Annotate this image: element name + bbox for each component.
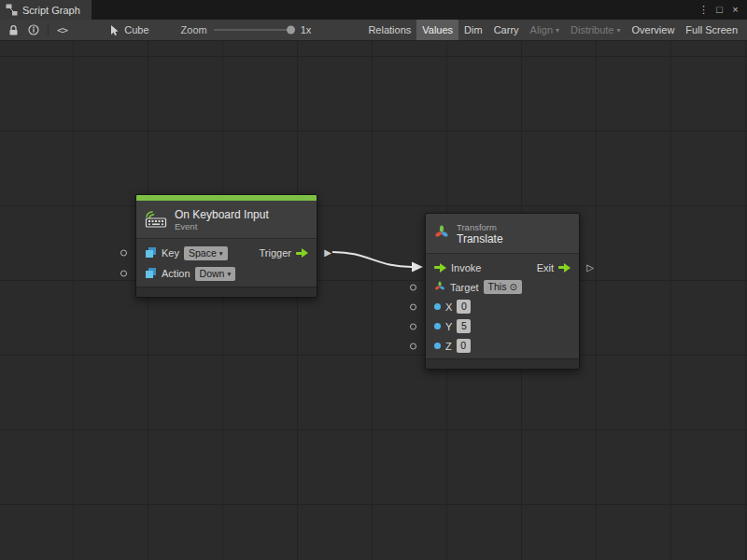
action-label: Action [162, 268, 190, 279]
key-input-port[interactable] [120, 250, 127, 257]
exit-label: Exit [537, 262, 554, 273]
lock-button[interactable] [4, 20, 23, 40]
chevron-down-icon: ▾ [227, 268, 231, 280]
invoke-label: Invoke [451, 262, 481, 273]
relations-button[interactable]: Relations [362, 20, 416, 40]
close-button[interactable]: × [728, 5, 742, 15]
node-on-keyboard-input[interactable]: On Keyboard Input Event Key Space [135, 194, 317, 298]
y-row: Y 5 [426, 316, 579, 336]
x-input-port[interactable] [410, 303, 416, 310]
node-body: Key Space ▾ Trigger ▶ [136, 239, 317, 287]
carry-button[interactable]: Carry [488, 20, 525, 40]
y-label: Y [445, 321, 452, 332]
node-footer [136, 287, 317, 297]
enum-icon [145, 246, 157, 260]
zoom-slider[interactable] [214, 29, 294, 31]
key-dropdown[interactable]: Space ▾ [184, 246, 228, 260]
node-header: Transform Translate [426, 214, 579, 254]
trigger-output-port[interactable]: ▶ [323, 248, 332, 258]
info-button[interactable] [23, 20, 44, 40]
zoom-slider-handle[interactable] [287, 26, 295, 35]
x-row: X 0 [426, 297, 579, 316]
maximize-button[interactable]: □ [712, 5, 726, 15]
tab-bar: Script Graph ⋮ □ × [0, 0, 747, 20]
enum-icon [145, 267, 157, 281]
target-value: This [488, 281, 507, 293]
value-dot-icon [434, 323, 441, 329]
node-title: On Keyboard Input [175, 208, 269, 221]
tab-bar-spacer [92, 0, 697, 20]
chevron-down-icon: ▾ [219, 247, 223, 259]
graph-icon [6, 4, 18, 16]
keyboard-icon [145, 210, 167, 230]
fullscreen-button[interactable]: Full Screen [680, 20, 743, 40]
exit-output-port[interactable]: ▷ [585, 263, 595, 273]
node-body: Invoke Exit ▷ Target [426, 254, 579, 358]
toolbar-divider [48, 24, 49, 36]
transform-icon [434, 225, 449, 242]
x-label: X [445, 301, 452, 313]
values-button[interactable]: Values [416, 20, 458, 40]
code-icon: <> [57, 24, 67, 36]
node-footer [426, 358, 579, 369]
object-name-label: Cube [124, 24, 148, 35]
lock-icon [8, 24, 19, 36]
node-header: On Keyboard Input Event [136, 201, 317, 239]
flow-arrow-icon [434, 263, 446, 273]
tab-script-graph[interactable]: Script Graph [0, 0, 92, 20]
trigger-label: Trigger [260, 247, 291, 259]
node-category: Transform [457, 222, 503, 232]
graph-owner: Cube [109, 24, 148, 36]
action-dropdown-value: Down [200, 268, 225, 280]
kebab-menu-button[interactable]: ⋮ [697, 5, 711, 15]
node-transform-translate[interactable]: Transform Translate Invoke Exit ▷ [425, 213, 580, 370]
chevron-down-icon: ▾ [617, 26, 621, 35]
y-value-field[interactable]: 5 [457, 319, 471, 333]
z-label: Z [445, 341, 452, 352]
target-value-field[interactable]: This ⊙ [484, 280, 522, 294]
zoom-value: 1x [301, 24, 312, 35]
dim-button[interactable]: Dim [458, 20, 488, 40]
z-value-field[interactable]: 0 [457, 339, 471, 353]
script-graph-window: Script Graph ⋮ □ × <> [0, 0, 747, 560]
tab-title: Script Graph [22, 5, 80, 16]
zoom-label: Zoom [181, 24, 207, 35]
z-input-port[interactable] [410, 343, 416, 349]
zoom-control: Zoom 1x [181, 24, 312, 35]
align-button: Align▾ [525, 20, 565, 40]
code-view-button[interactable]: <> [52, 20, 72, 40]
z-row: Z 0 [426, 336, 579, 356]
x-value-field[interactable]: 0 [457, 300, 471, 314]
action-input-port[interactable] [120, 271, 127, 277]
target-input-port[interactable] [410, 284, 416, 290]
graph-canvas[interactable]: On Keyboard Input Event Key Space [0, 41, 747, 560]
key-dropdown-value: Space [189, 247, 217, 259]
flow-arrow-icon [296, 248, 308, 258]
connection-wire[interactable] [0, 41, 747, 560]
target-picker-icon: ⊙ [509, 283, 516, 292]
window-controls: ⋮ □ × [697, 0, 747, 20]
y-input-port[interactable] [410, 323, 416, 329]
info-icon [28, 24, 39, 35]
value-dot-icon [434, 343, 441, 349]
toolbar-buttons: Relations Values Dim Carry Align▾ Distri… [362, 20, 743, 40]
key-label: Key [162, 247, 179, 259]
target-label: Target [450, 282, 479, 293]
transform-icon [434, 281, 445, 294]
chevron-down-icon: ▾ [556, 26, 559, 35]
cursor-icon [109, 24, 120, 36]
node-subtitle: Event [175, 221, 269, 231]
distribute-button: Distribute▾ [565, 20, 626, 40]
flow-arrow-icon [558, 263, 571, 273]
graph-toolbar: <> Cube Zoom 1x Relations Values Dim Car… [0, 20, 747, 41]
invoke-exit-row: Invoke Exit ▷ [426, 258, 579, 277]
overview-button[interactable]: Overview [627, 20, 681, 40]
action-dropdown[interactable]: Down ▾ [195, 267, 236, 281]
action-row: Action Down ▾ [136, 263, 317, 284]
value-dot-icon [434, 303, 441, 310]
node-title: Translate [457, 232, 503, 245]
key-row: Key Space ▾ Trigger ▶ [136, 243, 317, 263]
target-row: Target This ⊙ [426, 277, 579, 297]
